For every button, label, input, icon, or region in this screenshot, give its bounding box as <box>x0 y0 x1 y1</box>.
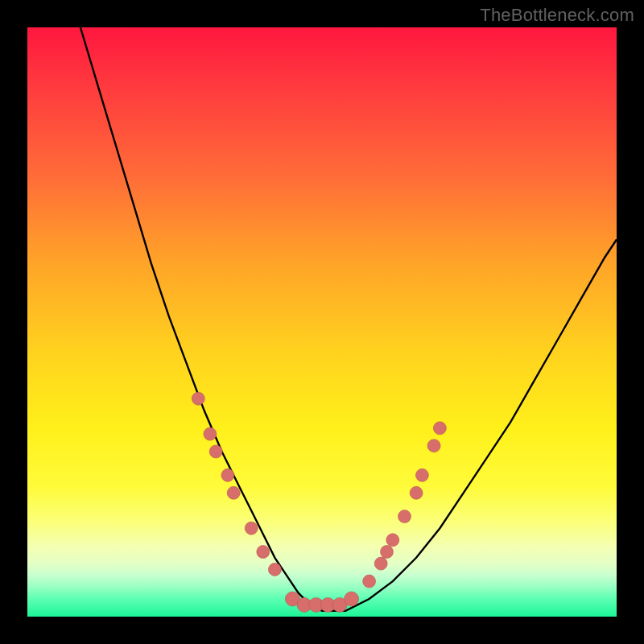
chart-plot-area <box>27 27 617 617</box>
watermark-text: TheBottleneck.com <box>480 5 634 26</box>
chart-frame: TheBottleneck.com <box>0 0 644 644</box>
